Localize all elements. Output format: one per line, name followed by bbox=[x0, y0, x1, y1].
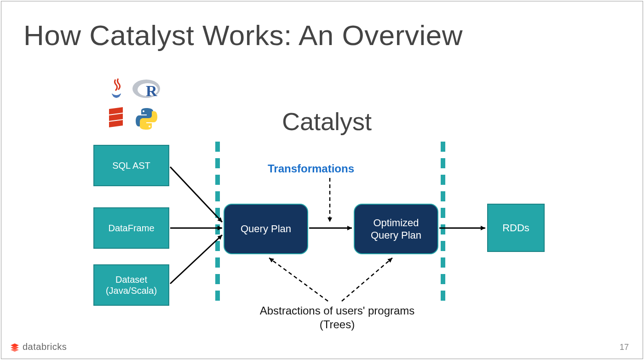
svg-point-3 bbox=[143, 110, 144, 112]
box-optimized-query-plan-label: Optimized Query Plan bbox=[371, 217, 421, 242]
box-dataframe: DataFrame bbox=[93, 207, 169, 249]
transformations-label: Transformations bbox=[268, 162, 354, 175]
svg-text:R: R bbox=[146, 82, 157, 99]
box-rdds: RDDs bbox=[487, 204, 545, 252]
arrow-dataset-to-queryplan bbox=[170, 235, 222, 284]
slide-title: How Catalyst Works: An Overview bbox=[23, 19, 463, 51]
box-rdds-label: RDDs bbox=[502, 222, 529, 234]
databricks-logo-icon bbox=[10, 342, 20, 352]
arrow-abstraction-to-optimized bbox=[342, 258, 392, 301]
r-icon: R bbox=[131, 77, 163, 102]
brand-name: databricks bbox=[23, 342, 67, 352]
python-icon bbox=[134, 106, 159, 131]
page-number: 17 bbox=[620, 343, 629, 352]
abstractions-line2: (Trees) bbox=[320, 318, 355, 331]
box-dataset: Dataset (Java/Scala) bbox=[93, 264, 169, 306]
abstractions-line1: Abstractions of users' programs bbox=[260, 304, 415, 317]
catalyst-title: Catalyst bbox=[282, 107, 372, 136]
box-optimized-query-plan: Optimized Query Plan bbox=[354, 204, 438, 254]
language-icons-group: R bbox=[103, 75, 172, 139]
box-sql-ast: SQL AST bbox=[93, 145, 169, 186]
arrow-sqlast-to-queryplan bbox=[170, 167, 222, 222]
abstractions-label: Abstractions of users' programs (Trees) bbox=[250, 304, 425, 331]
java-icon bbox=[103, 75, 130, 103]
svg-point-4 bbox=[149, 126, 150, 127]
footer-brand: databricks bbox=[10, 342, 67, 352]
scala-icon bbox=[105, 106, 128, 131]
box-dataset-label: Dataset (Java/Scala) bbox=[106, 274, 157, 296]
arrow-abstraction-to-queryplan bbox=[269, 258, 328, 301]
box-sql-ast-label: SQL AST bbox=[112, 160, 150, 171]
box-query-plan-label: Query Plan bbox=[241, 223, 291, 235]
box-dataframe-label: DataFrame bbox=[108, 223, 154, 234]
box-query-plan: Query Plan bbox=[224, 204, 308, 254]
slide-frame: How Catalyst Works: An Overview R bbox=[1, 1, 643, 359]
